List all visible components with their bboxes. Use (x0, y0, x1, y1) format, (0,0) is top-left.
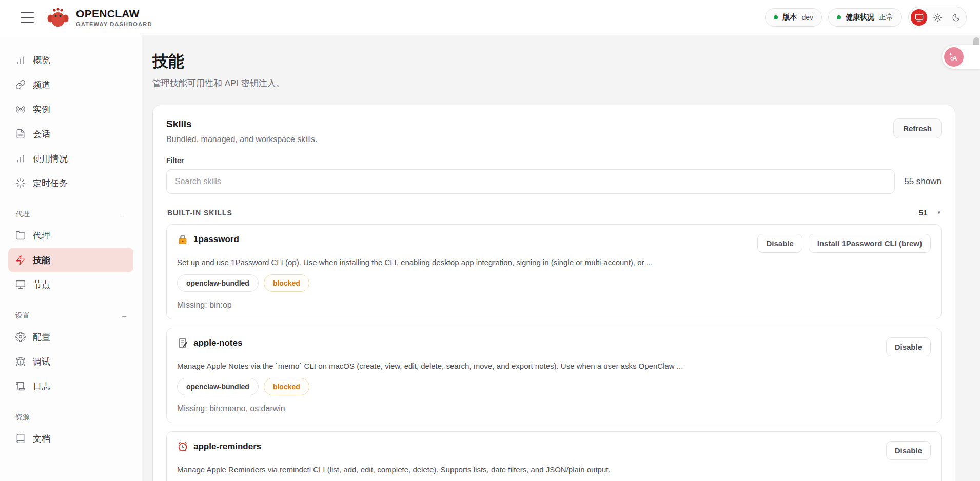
sidebar-item-label: 配置 (33, 331, 50, 343)
version-badge: 版本 dev (765, 8, 822, 27)
bug-icon (15, 356, 26, 367)
shown-count: 55 shown (904, 176, 942, 187)
sidebar-item-channels[interactable]: 频道 (8, 72, 133, 97)
blocked-badge: blocked (264, 378, 309, 395)
brand: OPENCLAW GATEWAY DASHBOARD (46, 7, 152, 28)
version-label: 版本 (782, 13, 797, 22)
skill-name: 1password (193, 234, 239, 245)
chevron-down-icon[interactable]: ▾ (937, 209, 940, 216)
blocked-badge: blocked (264, 274, 309, 292)
panel-title: Skills (166, 118, 317, 130)
status-dot (774, 15, 778, 19)
main-content: 技能 管理技能可用性和 API 密钥注入。 Skills Bundled, ma… (142, 35, 980, 481)
section-collapse-toggle[interactable]: – (122, 312, 126, 320)
health-value: 正常 (879, 13, 893, 22)
zap-icon (15, 255, 26, 265)
sidebar-item-nodes[interactable]: 节点 (8, 272, 133, 297)
app-header: OPENCLAW GATEWAY DASHBOARD 版本 dev 健康状况 正… (0, 0, 980, 35)
sidebar-item-label: 调试 (33, 356, 50, 368)
install-skill-button[interactable]: Install 1Password CLI (brew) (809, 234, 931, 253)
broadcast-icon (15, 104, 26, 114)
section-label: 代理 (15, 210, 30, 219)
panel-subtitle: Bundled, managed, and workspace skills. (166, 135, 317, 144)
monitor-icon (15, 279, 26, 290)
sidebar-item-overview[interactable]: 概览 (8, 48, 133, 72)
sidebar-item-label: 会话 (33, 128, 50, 140)
theme-light-button[interactable] (929, 9, 946, 26)
book-icon (15, 433, 26, 444)
sun-icon (933, 13, 942, 22)
folder-icon (15, 230, 26, 240)
gear-icon (15, 332, 26, 342)
search-input[interactable] (166, 169, 895, 194)
missing-requirements: Missing: bin:op (177, 300, 931, 310)
page-subtitle: 管理技能可用性和 API 密钥注入。 (152, 77, 955, 89)
sidebar-item-label: 文档 (33, 433, 50, 445)
sidebar-section-agents: 代理 – (8, 206, 133, 223)
sidebar-item-label: 使用情况 (33, 153, 68, 165)
refresh-button[interactable]: Refresh (893, 118, 942, 138)
sidebar-item-agents[interactable]: 代理 (8, 223, 133, 248)
sidebar-item-label: 定时任务 (33, 177, 68, 189)
link-icon (15, 79, 26, 90)
translate-float-button[interactable]: ✦ A (942, 45, 980, 69)
status-dot (837, 15, 841, 19)
section-label: 设置 (15, 311, 30, 320)
skill-description: Set up and use 1Password CLI (op). Use w… (177, 258, 782, 267)
memo-icon (177, 337, 188, 349)
sidebar-section-resources: 资源 (8, 409, 133, 426)
sidebar: 概览 频道 实例 会话 使用情况 定时任务 代理 – 代理 技能 节点 设置 – (0, 35, 142, 481)
health-badge: 健康状况 正常 (828, 8, 902, 27)
version-value: dev (801, 13, 813, 22)
sidebar-item-label: 日志 (33, 380, 50, 392)
sidebar-item-config[interactable]: 配置 (8, 325, 133, 349)
theme-dark-button[interactable] (948, 9, 964, 26)
disable-skill-button[interactable]: Disable (886, 337, 931, 356)
sidebar-item-label: 频道 (33, 79, 50, 91)
sidebar-item-label: 概览 (33, 54, 50, 66)
sidebar-item-usage[interactable]: 使用情况 (8, 146, 133, 171)
skill-name: apple-notes (193, 338, 242, 348)
group-count: 51 (919, 208, 928, 217)
skill-description: Manage Apple Notes via the `memo` CLI on… (177, 362, 782, 370)
sidebar-item-logs[interactable]: 日志 (8, 374, 133, 398)
lock-icon (177, 234, 188, 245)
bundled-badge: openclaw-bundled (177, 274, 259, 292)
sidebar-section-settings: 设置 – (8, 307, 133, 325)
filter-label: Filter (166, 156, 942, 165)
section-label: 资源 (15, 413, 30, 422)
sidebar-item-cron[interactable]: 定时任务 (8, 171, 133, 195)
bar-chart-icon (15, 153, 26, 164)
alarm-clock-icon (177, 441, 188, 452)
sidebar-item-debug[interactable]: 调试 (8, 349, 133, 374)
file-text-icon (15, 129, 26, 139)
builtin-skills-group-header: BUILT-IN SKILLS 51 ▾ (167, 208, 940, 217)
monitor-icon (915, 13, 924, 22)
app-title: OPENCLAW (76, 8, 152, 20)
translate-icon: ✦ A (948, 51, 960, 63)
theme-switcher (908, 7, 967, 28)
skill-card-apple-reminders: apple-reminders Disable Manage Apple Rem… (166, 431, 942, 481)
sidebar-item-sessions[interactable]: 会话 (8, 122, 133, 146)
disable-skill-button[interactable]: Disable (886, 441, 931, 460)
theme-system-button[interactable] (911, 9, 927, 26)
sidebar-item-docs[interactable]: 文档 (8, 426, 133, 451)
menu-toggle-button[interactable] (21, 12, 34, 23)
app-subtitle: GATEWAY DASHBOARD (76, 21, 152, 27)
missing-requirements: Missing: bin:memo, os:darwin (177, 404, 931, 413)
openclaw-logo-icon (46, 7, 70, 28)
sidebar-item-label: 实例 (33, 104, 50, 115)
sidebar-item-skills[interactable]: 技能 (8, 248, 133, 272)
page-title: 技能 (152, 51, 955, 72)
bundled-badge: openclaw-bundled (177, 378, 259, 395)
health-label: 健康状况 (846, 13, 874, 22)
loader-icon (15, 178, 26, 188)
bar-chart-icon (15, 55, 26, 65)
disable-skill-button[interactable]: Disable (757, 234, 802, 253)
skill-card-apple-notes: apple-notes Disable Manage Apple Notes v… (166, 328, 942, 423)
sidebar-item-instances[interactable]: 实例 (8, 97, 133, 122)
section-collapse-toggle[interactable]: – (122, 210, 126, 218)
skill-description: Manage Apple Reminders via remindctl CLI… (177, 465, 782, 474)
svg-text:A: A (952, 54, 957, 62)
skill-card-1password: 1password Disable Install 1Password CLI … (166, 224, 942, 319)
